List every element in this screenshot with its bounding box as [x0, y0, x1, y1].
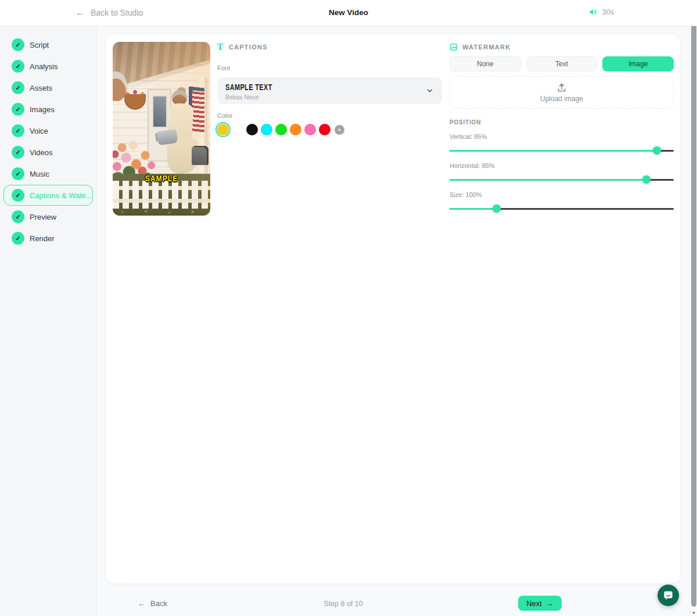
color-swatch-pink[interactable]	[304, 124, 316, 135]
horizontal-position-slider[interactable]	[450, 176, 674, 184]
color-swatch-cyan[interactable]	[261, 124, 272, 135]
sidebar-item-label: Captions & Wate...	[30, 191, 92, 200]
steps-sidebar: ✓ Script ✓ Analysis ✓ Assets ✓ Images ✓ …	[0, 26, 97, 616]
captions-section: T CAPTIONS Font SAMPLE TEXT Bebas Neue C…	[217, 43, 442, 135]
slider-fill	[450, 179, 646, 181]
preview-sunlight-overlay	[113, 42, 210, 216]
sidebar-item-label: Videos	[30, 148, 53, 157]
horizontal-slider-group: Horizontal: 85%	[450, 162, 674, 184]
upload-image-dropzone[interactable]: Upload image	[450, 76, 674, 109]
watermark-section: WATERMARK None Text Image Upload image P…	[450, 43, 674, 213]
video-duration: 30s	[588, 8, 614, 16]
chat-launcher-button[interactable]	[658, 585, 679, 606]
top-header: ← Back to Studio New Video 30s	[0, 0, 697, 26]
check-icon: ✓	[12, 38, 24, 51]
slider-fill	[450, 150, 657, 152]
horizontal-slider-label: Horizontal: 85%	[450, 162, 674, 169]
watermark-section-header: WATERMARK	[450, 43, 674, 51]
scrollbar-down-arrow[interactable]: ▼	[690, 611, 697, 615]
upload-icon	[556, 83, 567, 93]
font-label: Font	[217, 65, 442, 71]
check-icon: ✓	[12, 81, 24, 94]
slider-thumb[interactable]	[653, 146, 661, 155]
next-arrow-icon: →	[546, 599, 554, 608]
color-swatch-orange[interactable]	[290, 124, 301, 135]
color-swatch-green[interactable]	[275, 124, 287, 135]
sidebar-item-label: Images	[30, 105, 55, 114]
sidebar-item-voice[interactable]: ✓ Voice	[3, 120, 93, 141]
sidebar-item-render[interactable]: ✓ Render	[3, 228, 93, 249]
footer-back-label: Back	[150, 599, 167, 608]
sidebar-item-videos[interactable]: ✓ Videos	[3, 142, 93, 163]
watermark-mode-text[interactable]: Text	[526, 56, 598, 71]
watermark-mode-none[interactable]: None	[450, 56, 521, 71]
vertical-slider-label: Vertical: 85%	[450, 133, 674, 140]
caption-color-swatches: +	[217, 124, 442, 135]
duration-label: 30s	[602, 8, 614, 16]
slider-thumb[interactable]	[493, 205, 501, 213]
page-scrollbar: ▲ ▼	[689, 0, 697, 616]
footer-back-button[interactable]: ← Back	[138, 599, 167, 608]
sidebar-item-label: Script	[30, 41, 49, 49]
next-label: Next	[526, 599, 542, 608]
sidebar-item-label: Voice	[30, 127, 48, 135]
check-icon: ✓	[12, 124, 24, 137]
sidebar-item-images[interactable]: ✓ Images	[3, 99, 93, 120]
color-swatch-black[interactable]	[246, 124, 258, 135]
sidebar-item-captions-watermark[interactable]: ✓ Captions & Wate...	[3, 185, 93, 206]
sidebar-item-analysis[interactable]: ✓ Analysis	[3, 56, 93, 77]
slider-thumb[interactable]	[642, 176, 651, 184]
check-icon: ✓	[12, 103, 24, 116]
video-preview-thumbnail: SAMPLE	[113, 42, 210, 216]
sidebar-item-label: Preview	[30, 213, 56, 221]
check-icon: ✓	[12, 167, 24, 180]
caption-sample-overlay: SAMPLE	[118, 174, 204, 183]
back-arrow-icon: ←	[138, 599, 145, 608]
sidebar-item-label: Analysis	[30, 62, 58, 71]
font-preview-text: SAMPLE TEXT	[225, 83, 272, 92]
chat-bubble-icon	[663, 590, 674, 601]
check-icon: ✓	[12, 60, 24, 73]
size-slider-group: Size: 100%	[450, 191, 674, 213]
next-button[interactable]: Next →	[518, 596, 562, 611]
watermark-mode-segmented-control: None Text Image	[450, 56, 674, 71]
watermark-mode-image[interactable]: Image	[602, 56, 674, 71]
captions-watermark-panel: SAMPLE T CAPTIONS Font SAMPLE TEXT Bebas…	[105, 34, 681, 584]
size-slider-label: Size: 100%	[450, 191, 674, 198]
vertical-position-slider[interactable]	[450, 146, 674, 155]
speaker-icon	[588, 8, 597, 16]
sidebar-item-label: Assets	[30, 84, 52, 92]
color-swatch-red[interactable]	[319, 124, 330, 135]
captions-section-header: T CAPTIONS	[217, 43, 442, 51]
vertical-slider-group: Vertical: 85%	[450, 133, 674, 155]
add-color-button[interactable]: +	[335, 125, 344, 135]
color-label: Color	[217, 112, 442, 119]
chevron-down-icon	[426, 87, 434, 95]
color-swatch-white[interactable]	[232, 124, 243, 135]
image-icon	[450, 43, 458, 51]
sidebar-item-script[interactable]: ✓ Script	[3, 34, 93, 55]
slider-fill	[450, 208, 497, 210]
upload-image-label: Upload image	[540, 95, 583, 103]
color-swatch-yellow[interactable]	[217, 124, 229, 135]
sidebar-item-label: Render	[30, 234, 55, 243]
sidebar-item-label: Music	[30, 170, 49, 178]
check-icon: ✓	[12, 189, 24, 202]
check-icon: ✓	[12, 210, 24, 223]
step-indicator: Step 8 of 10	[324, 600, 362, 608]
check-icon: ✓	[12, 232, 24, 245]
watermark-section-title: WATERMARK	[462, 44, 511, 51]
sidebar-item-music[interactable]: ✓ Music	[3, 163, 93, 184]
font-select-dropdown[interactable]: SAMPLE TEXT Bebas Neue	[217, 77, 442, 104]
text-icon: T	[217, 43, 224, 51]
sidebar-item-preview[interactable]: ✓ Preview	[3, 206, 93, 227]
scrollbar-thumb[interactable]	[691, 8, 696, 607]
position-label: POSITION	[450, 119, 674, 126]
sidebar-item-assets[interactable]: ✓ Assets	[3, 77, 93, 98]
captions-section-title: CAPTIONS	[229, 44, 268, 51]
check-icon: ✓	[12, 146, 24, 159]
size-slider[interactable]	[450, 205, 674, 213]
font-name-label: Bebas Neue	[225, 94, 434, 101]
